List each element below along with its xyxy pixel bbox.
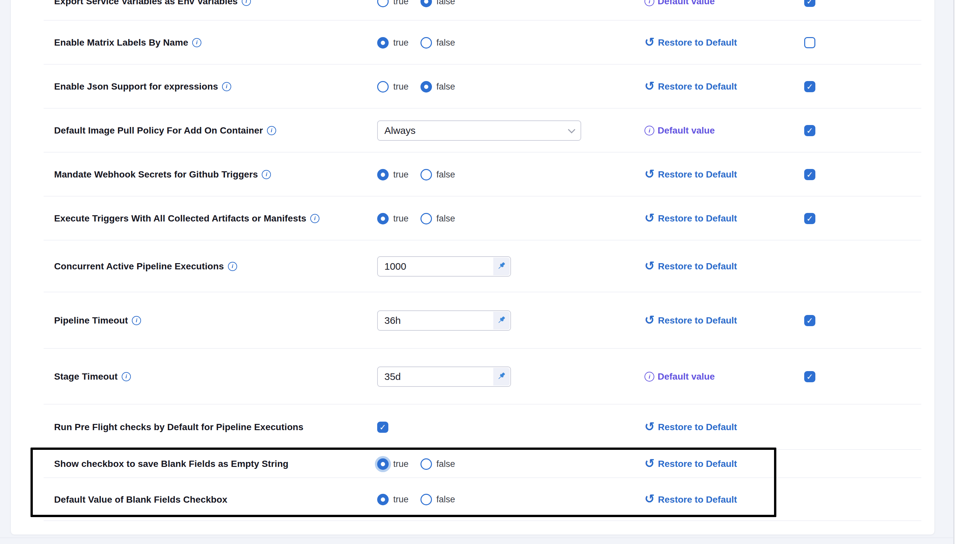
setting-row: Export Service Variables as Env Variable… <box>11 0 934 21</box>
radio-false-label: false <box>436 82 455 92</box>
radio-false[interactable]: false <box>420 81 455 93</box>
input-value: 1000 <box>378 261 406 272</box>
radio-true[interactable]: true <box>377 213 409 225</box>
row-apply-checkbox[interactable]: ✓ <box>804 81 815 92</box>
restore-icon: ↺ <box>644 260 655 272</box>
setting-row: Enable Matrix Labels By Nameitruefalse↺R… <box>11 21 934 65</box>
restore-to-default-label: Restore to Default <box>658 169 737 180</box>
check-icon: ✓ <box>807 373 813 381</box>
pin-addon-button[interactable] <box>493 368 510 386</box>
setting-label: Execute Triggers With All Collected Arti… <box>54 213 306 224</box>
setting-text-input[interactable]: 36h <box>377 310 511 331</box>
radio-false[interactable]: false <box>420 169 455 180</box>
restore-to-default-label: Restore to Default <box>658 495 737 505</box>
radio-false-circle-icon[interactable] <box>420 0 432 7</box>
radio-true-circle-icon[interactable] <box>377 0 389 7</box>
radio-true-circle-icon[interactable] <box>377 37 389 49</box>
restore-to-default-label: Restore to Default <box>658 81 737 92</box>
radio-true-circle-icon[interactable] <box>377 458 389 470</box>
default-value-label: Default value <box>658 372 715 382</box>
restore-to-default-link[interactable]: ↺Restore to Default <box>644 458 737 470</box>
info-icon[interactable]: i <box>228 262 237 271</box>
restore-to-default-link[interactable]: ↺Restore to Default <box>644 37 737 49</box>
restore-to-default-link[interactable]: ↺Restore to Default <box>644 81 737 93</box>
radio-false-circle-icon[interactable] <box>420 81 432 93</box>
settings-card: Export Service Variables as Env Variable… <box>11 0 935 535</box>
setting-label: Pipeline Timeout <box>54 315 128 326</box>
radio-true[interactable]: true <box>377 81 409 93</box>
radio-true-circle-icon[interactable] <box>377 81 389 93</box>
input-value: 36h <box>378 315 401 326</box>
radio-false[interactable]: false <box>420 458 455 470</box>
page-bottom-divider <box>0 538 953 538</box>
radio-false-circle-icon[interactable] <box>420 37 432 49</box>
radio-false[interactable]: false <box>420 494 455 505</box>
image-pull-policy-select[interactable]: Always <box>377 120 581 141</box>
radio-true[interactable]: true <box>377 37 409 49</box>
restore-to-default-link[interactable]: ↺Restore to Default <box>644 169 737 181</box>
pin-addon-button[interactable] <box>493 312 510 329</box>
setting-label: Enable Matrix Labels By Name <box>54 37 188 48</box>
radio-true[interactable]: true <box>377 0 409 7</box>
info-icon[interactable]: i <box>222 82 231 91</box>
row-apply-checkbox[interactable]: ✓ <box>804 169 815 180</box>
setting-row: Pipeline Timeouti36h↺Restore to Default✓ <box>11 292 934 349</box>
restore-to-default-link[interactable]: ↺Restore to Default <box>644 421 737 434</box>
radio-false[interactable]: false <box>420 0 455 7</box>
info-icon[interactable]: i <box>192 38 201 47</box>
default-value-indicator[interactable]: iDefault value <box>644 372 715 382</box>
radio-true-circle-icon[interactable] <box>377 494 389 505</box>
default-value-indicator[interactable]: iDefault value <box>644 125 715 136</box>
restore-icon: ↺ <box>644 421 655 433</box>
restore-to-default-link[interactable]: ↺Restore to Default <box>644 493 737 506</box>
setting-checkbox[interactable]: ✓ <box>377 422 388 433</box>
info-icon[interactable]: i <box>122 372 131 381</box>
radio-false[interactable]: false <box>420 213 455 225</box>
radio-true[interactable]: true <box>377 169 409 180</box>
radio-false-circle-icon[interactable] <box>420 494 432 505</box>
restore-icon: ↺ <box>644 457 655 469</box>
info-icon: i <box>644 372 654 381</box>
info-icon[interactable]: i <box>262 170 271 179</box>
setting-row: Enable Json Support for expressionsitrue… <box>11 65 934 108</box>
row-apply-checkbox[interactable]: ✓ <box>804 315 815 326</box>
radio-false-label: false <box>436 38 455 48</box>
radio-false-circle-icon[interactable] <box>420 213 432 225</box>
info-icon[interactable]: i <box>242 0 251 6</box>
row-apply-checkbox[interactable]: ✓ <box>804 371 815 382</box>
radio-true-label: true <box>393 38 409 48</box>
radio-false-circle-icon[interactable] <box>420 169 432 180</box>
pin-icon <box>496 261 506 272</box>
radio-true-circle-icon[interactable] <box>377 213 389 225</box>
pin-icon <box>496 371 506 382</box>
restore-to-default-link[interactable]: ↺Restore to Default <box>644 212 737 225</box>
info-icon[interactable]: i <box>310 214 320 223</box>
right-panel <box>953 0 980 544</box>
radio-true[interactable]: true <box>377 494 409 505</box>
select-value: Always <box>384 125 415 136</box>
info-icon[interactable]: i <box>132 316 141 325</box>
info-icon[interactable]: i <box>267 126 276 135</box>
pin-addon-button[interactable] <box>493 258 510 275</box>
setting-text-input[interactable]: 1000 <box>377 256 511 277</box>
restore-to-default-link[interactable]: ↺Restore to Default <box>644 315 737 327</box>
default-value-indicator[interactable]: iDefault value <box>644 0 715 6</box>
restore-to-default-link[interactable]: ↺Restore to Default <box>644 260 737 273</box>
setting-label: Concurrent Active Pipeline Executions <box>54 261 224 272</box>
check-icon: ✓ <box>379 423 387 431</box>
settings-rows: Export Service Variables as Env Variable… <box>11 0 934 521</box>
radio-true[interactable]: true <box>377 458 409 470</box>
setting-label: Enable Json Support for expressions <box>54 81 218 92</box>
setting-row: Execute Triggers With All Collected Arti… <box>11 196 934 241</box>
setting-label: Show checkbox to save Blank Fields as Em… <box>54 459 289 469</box>
setting-label: Default Image Pull Policy For Add On Con… <box>54 125 263 136</box>
radio-false[interactable]: false <box>420 37 455 49</box>
radio-true-circle-icon[interactable] <box>377 169 389 180</box>
radio-false-circle-icon[interactable] <box>420 458 432 470</box>
row-apply-checkbox[interactable]: ✓ <box>804 125 815 136</box>
setting-text-input[interactable]: 35d <box>377 367 511 387</box>
row-apply-checkbox[interactable]: ✓ <box>804 0 815 7</box>
row-apply-checkbox[interactable]: ✓ <box>804 213 815 224</box>
row-apply-checkbox[interactable]: ✓ <box>804 37 815 48</box>
radio-false-label: false <box>436 214 455 224</box>
